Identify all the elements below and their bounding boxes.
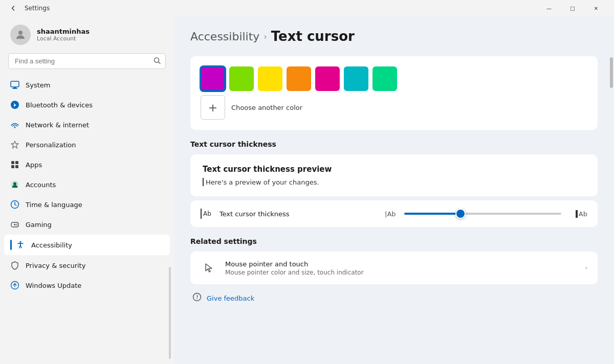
feedback-link[interactable]: Give feedback	[190, 288, 598, 308]
svg-point-0	[18, 31, 23, 35]
sidebar-item-personalization-label: Personalization	[26, 141, 76, 149]
related-settings-header: Related settings	[190, 237, 598, 245]
thickness-preview-title: Text cursor thickness preview	[203, 165, 585, 174]
close-button[interactable]: ✕	[584, 0, 608, 16]
swatch-orange[interactable]	[287, 66, 311, 91]
thickness-control-card: Ab Text cursor thickness |Ab Ab	[190, 200, 598, 227]
avatar	[10, 25, 31, 45]
choose-color-row: + Choose another color	[201, 95, 587, 120]
svg-point-6	[11, 101, 19, 109]
back-button[interactable]	[6, 1, 20, 15]
svg-rect-10	[11, 165, 14, 168]
swatch-teal[interactable]	[372, 66, 397, 91]
related-item-title: Mouse pointer and touch	[225, 260, 577, 268]
thickness-icon-left: Ab	[201, 209, 211, 219]
svg-point-20	[16, 224, 17, 225]
svg-line-2	[159, 62, 161, 64]
breadcrumb-separator: ›	[264, 32, 267, 41]
swatch-blue[interactable]	[344, 66, 368, 91]
apps-icon	[10, 160, 19, 169]
minimize-button[interactable]: —	[537, 0, 561, 16]
slider-right-label: Ab	[576, 210, 587, 218]
breadcrumb-current: Text cursor	[271, 29, 355, 44]
mouse-pointer-icon	[201, 260, 217, 276]
svg-rect-9	[15, 161, 18, 164]
feedback-icon	[192, 292, 202, 304]
sidebar-item-accessibility[interactable]: Accessibility	[4, 235, 170, 255]
sidebar-item-accounts-label: Accounts	[26, 181, 56, 189]
swatch-purple[interactable]	[201, 66, 225, 91]
title-bar: Settings — □ ✕	[0, 0, 614, 16]
sidebar-item-update[interactable]: Windows Update	[4, 276, 170, 295]
accounts-icon	[10, 180, 19, 189]
related-item-mouse-pointer[interactable]: Mouse pointer and touch Mouse pointer co…	[190, 252, 598, 284]
sidebar-item-apps-label: Apps	[26, 161, 42, 169]
thickness-slider[interactable]	[404, 213, 561, 215]
sidebar-item-system-label: System	[26, 81, 50, 89]
sidebar-item-bluetooth-label: Bluetooth & devices	[26, 101, 93, 109]
maximize-button[interactable]: □	[561, 0, 584, 16]
sidebar: shaantminhas Local Account System	[0, 16, 174, 364]
svg-point-26	[196, 299, 198, 300]
thickness-preview-text: Here's a preview of your changes.	[203, 178, 585, 186]
sidebar-item-accessibility-label: Accessibility	[31, 241, 72, 249]
swatch-yellow[interactable]	[258, 66, 282, 91]
svg-line-16	[15, 204, 16, 206]
related-item-text: Mouse pointer and touch Mouse pointer co…	[225, 260, 577, 276]
personalization-icon	[10, 140, 19, 149]
thickness-preview-card: Text cursor thickness preview Here's a p…	[190, 154, 598, 196]
svg-point-21	[16, 225, 17, 226]
user-sub: Local Account	[37, 35, 90, 42]
sidebar-item-privacy[interactable]: Privacy & security	[4, 256, 170, 275]
sidebar-item-accounts[interactable]: Accounts	[4, 175, 170, 194]
sidebar-item-system[interactable]: System	[4, 75, 170, 95]
color-swatches-card: + Choose another color	[190, 56, 598, 130]
user-name: shaantminhas	[37, 28, 90, 35]
choose-color-label: Choose another color	[231, 104, 302, 111]
breadcrumb-parent[interactable]: Accessibility	[190, 30, 259, 43]
choose-another-color-button[interactable]: +	[201, 95, 225, 120]
svg-rect-3	[11, 81, 19, 87]
sidebar-item-time-label: Time & language	[26, 201, 82, 209]
chevron-right-icon: ›	[585, 264, 587, 271]
slider-wrap	[404, 213, 561, 215]
svg-rect-8	[11, 161, 14, 164]
svg-rect-11	[15, 165, 18, 168]
main-content: Accessibility › Text cursor + Choose ano…	[174, 16, 614, 364]
nav-list: System Bluetooth & devices Network & int…	[0, 75, 174, 364]
sidebar-item-bluetooth[interactable]: Bluetooth & devices	[4, 95, 170, 115]
svg-point-7	[14, 127, 16, 128]
color-swatch-list	[201, 66, 587, 91]
sidebar-item-network[interactable]: Network & internet	[4, 115, 170, 134]
gaming-icon	[10, 220, 19, 229]
user-profile: shaantminhas Local Account	[0, 16, 174, 51]
swatch-pink[interactable]	[315, 66, 340, 91]
sidebar-item-update-label: Windows Update	[26, 282, 81, 289]
accessibility-icon	[16, 240, 25, 249]
give-feedback-link[interactable]: Give feedback	[207, 294, 254, 302]
bluetooth-icon	[10, 100, 19, 109]
time-icon	[10, 200, 19, 209]
related-item-sub: Mouse pointer color and size, touch indi…	[225, 269, 577, 276]
update-icon	[10, 281, 19, 290]
sidebar-item-apps[interactable]: Apps	[4, 155, 170, 174]
search-icon	[154, 57, 161, 65]
svg-point-22	[20, 241, 21, 243]
sidebar-scrollbar[interactable]	[169, 267, 171, 359]
sidebar-item-gaming[interactable]: Gaming	[4, 215, 170, 234]
sidebar-item-time[interactable]: Time & language	[4, 195, 170, 214]
svg-point-13	[13, 183, 16, 186]
sidebar-item-privacy-label: Privacy & security	[26, 262, 85, 269]
title-bar-title: Settings	[25, 5, 537, 12]
active-accent	[10, 240, 12, 250]
search-input[interactable]	[8, 53, 166, 69]
swatch-green[interactable]	[229, 66, 254, 91]
content-scrollbar-thumb[interactable]	[610, 57, 613, 88]
thickness-icon-left-text: Ab	[203, 210, 211, 217]
window-controls: — □ ✕	[537, 0, 608, 16]
system-icon	[10, 80, 19, 89]
thickness-section-header: Text cursor thickness	[190, 140, 598, 148]
privacy-icon	[10, 261, 19, 270]
sidebar-item-personalization[interactable]: Personalization	[4, 135, 170, 154]
search-bar	[8, 53, 166, 69]
